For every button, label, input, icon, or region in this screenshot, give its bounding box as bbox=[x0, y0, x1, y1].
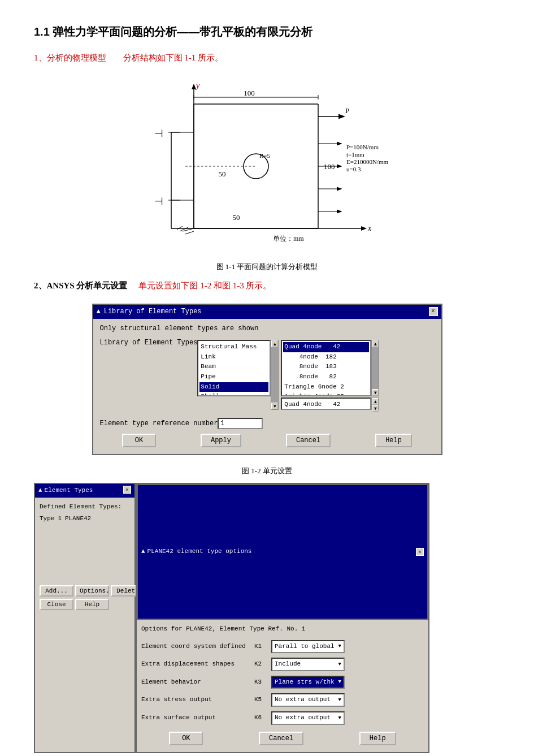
list-item-shell[interactable]: Shell bbox=[199, 392, 268, 396]
dialog2-area: ▲ Element Types × Defined Element Types:… bbox=[34, 483, 429, 753]
list-item-8node82[interactable]: 8node 82 bbox=[283, 372, 369, 382]
dialog2-type-col3: PLANE42 bbox=[65, 514, 91, 524]
dialog1-right-bottom-listbox[interactable]: Quad 4node 42 bbox=[281, 398, 371, 410]
list-item-structural-mass[interactable]: Structural Mass bbox=[199, 342, 268, 352]
dialog1-title-icon: ▲ bbox=[97, 306, 101, 317]
list-item-link[interactable]: Link bbox=[199, 352, 268, 362]
dialog2-type-list-area bbox=[40, 529, 130, 585]
dropdown-arrow-k5: ▼ bbox=[338, 696, 341, 704]
dialog1-right-bottom-scrollbar[interactable]: ▲ ▼ bbox=[371, 398, 379, 410]
options-key-k5: K5 bbox=[254, 695, 271, 705]
dialog1-close-btn[interactable]: × bbox=[429, 307, 438, 316]
options-row-k6: Extra surface output K6 No extra output … bbox=[141, 711, 424, 725]
dialog1-titlebar: ▲ Library of Element Types × bbox=[93, 305, 441, 319]
dialog2-options-btn[interactable]: Options... bbox=[75, 585, 109, 597]
dialog1-right-scrollbar[interactable]: ▲ ▼ bbox=[371, 340, 379, 396]
list-item-solid[interactable]: Solid bbox=[199, 382, 268, 392]
options-label-k6: Extra surface output bbox=[141, 713, 254, 723]
options-dropdown-k1[interactable]: Parall to global ▼ bbox=[271, 640, 345, 654]
svg-text:P=100N/mm: P=100N/mm bbox=[346, 144, 379, 150]
scroll-down3[interactable]: ▼ bbox=[372, 405, 379, 412]
dialog1-container: ▲ Library of Element Types × Only struct… bbox=[92, 304, 442, 455]
options-dropdown-k5[interactable]: No extra output ▼ bbox=[271, 693, 345, 707]
dialog1-ref-input[interactable] bbox=[218, 418, 263, 429]
options-row-k2: Extra displacement shapes K2 Include ▼ bbox=[141, 658, 424, 671]
dialog1-list-label: Library of Element Types bbox=[100, 338, 198, 348]
svg-text:x: x bbox=[367, 224, 372, 232]
scroll-down[interactable]: ▼ bbox=[271, 403, 278, 409]
dialog1-right-listbox[interactable]: Quad 4node 42 4node 182 8node 183 8node … bbox=[281, 340, 371, 396]
scroll-up3[interactable]: ▲ bbox=[372, 398, 379, 405]
dialog1-cancel-btn[interactable]: Cancel bbox=[286, 434, 331, 447]
options-row-k5: Extra stress output K5 No extra output ▼ bbox=[141, 693, 424, 707]
svg-text:⊣: ⊣ bbox=[154, 196, 163, 207]
physics-diagram: y x 100 50 100 50 R=5 bbox=[137, 76, 397, 257]
options-row-k3: Element behavior K3 Plane strs w/thk ▼ bbox=[141, 676, 424, 689]
dialog1-refnum-row: Element type reference number bbox=[100, 418, 435, 429]
svg-marker-1 bbox=[192, 84, 196, 89]
dialog1-right-area: Quad 4node 42 4node 182 8node 183 8node … bbox=[281, 340, 379, 410]
list-item-8node183[interactable]: 8node 183 bbox=[283, 362, 369, 372]
list-item-4node182[interactable]: 4node 182 bbox=[283, 352, 369, 362]
list-item-triangle6node2[interactable]: Triangle 6node 2 bbox=[283, 382, 369, 392]
options-value-k2: Include bbox=[275, 659, 301, 669]
dialog1-title-text: Library of Element Types bbox=[104, 306, 429, 317]
options-label-k2: Extra displacement shapes bbox=[141, 659, 254, 669]
svg-marker-4 bbox=[361, 226, 367, 231]
dialog2-left: ▲ Element Types × Defined Element Types:… bbox=[34, 483, 136, 753]
options-label-k1: Element coord system defined bbox=[141, 642, 254, 652]
list-item-axihar4node25[interactable]: Axi-har 4node 25 bbox=[283, 392, 369, 396]
options-key-k1: K1 bbox=[254, 642, 271, 652]
svg-text:u=0.3: u=0.3 bbox=[346, 166, 361, 172]
dialog2-right-title-icon: ▲ bbox=[141, 547, 145, 557]
list-item-quad4node-bottom[interactable]: Quad 4node 42 bbox=[283, 400, 369, 410]
options-value-k1: Parall to global bbox=[275, 642, 335, 652]
dialog1-reflabel: Element type reference number bbox=[100, 418, 218, 429]
fig1-caption: 图 1-1 平面问题的计算分析模型 bbox=[34, 261, 500, 273]
dialog1-apply-btn[interactable]: Apply bbox=[201, 434, 241, 447]
scroll-track2 bbox=[372, 347, 379, 389]
dialog2-add-btn[interactable]: Add... bbox=[40, 585, 73, 597]
dialog2-defined-label: Defined Element Types: bbox=[40, 502, 130, 512]
dialog1-left-listbox[interactable]: Structural Mass Link Beam Pipe Solid She… bbox=[197, 340, 271, 396]
options-key-k2: K2 bbox=[254, 659, 271, 669]
dialog1-help-btn[interactable]: Help bbox=[375, 434, 412, 447]
svg-text:R=5: R=5 bbox=[259, 152, 271, 159]
svg-text:50: 50 bbox=[232, 213, 240, 222]
dialog2-close-btn[interactable]: Close bbox=[40, 599, 73, 610]
dialog2-left-title-text: Element Types bbox=[45, 486, 123, 496]
dialog2-left-btns2: Close Help bbox=[40, 599, 130, 610]
dialog2-help-btn[interactable]: Help bbox=[75, 599, 109, 610]
options-dropdown-k3[interactable]: Plane strs w/thk ▼ bbox=[271, 676, 345, 689]
dialog2-right-help-btn[interactable]: Help bbox=[359, 732, 396, 745]
section1-desc: 分析结构如下图 1-1 所示。 bbox=[123, 51, 224, 64]
dialog2-right-ok-btn[interactable]: OK bbox=[169, 732, 203, 745]
list-item-quad4node42[interactable]: Quad 4node 42 bbox=[283, 342, 369, 352]
svg-text:E=210000N/mm: E=210000N/mm bbox=[346, 158, 388, 165]
list-item-pipe[interactable]: Pipe bbox=[199, 372, 268, 382]
scroll-down2[interactable]: ▼ bbox=[372, 389, 379, 396]
dialog1-left-scrollbar[interactable]: ▲ ▼ bbox=[271, 340, 279, 410]
options-dropdown-k6[interactable]: No extra output ▼ bbox=[271, 711, 345, 725]
svg-line-37 bbox=[177, 226, 183, 230]
scroll-up[interactable]: ▲ bbox=[271, 340, 278, 347]
dialog2-left-close-btn[interactable]: × bbox=[123, 486, 131, 494]
dialog2-left-title-icon: ▲ bbox=[38, 486, 42, 496]
options-value-k3: Plane strs w/thk bbox=[275, 677, 335, 688]
options-value-k5: No extra output bbox=[275, 695, 331, 705]
options-dropdown-k2[interactable]: Include ▼ bbox=[271, 658, 345, 671]
diagram-area: y x 100 50 100 50 R=5 bbox=[34, 76, 500, 257]
svg-text:50: 50 bbox=[218, 170, 225, 178]
scroll-up2[interactable]: ▲ bbox=[372, 340, 379, 347]
scroll-track bbox=[271, 347, 278, 403]
dialog1-ok-btn[interactable]: OK bbox=[122, 434, 156, 447]
dialog2-type-row: Type 1 PLANE42 bbox=[40, 514, 130, 524]
dialog2-type-col1: Type bbox=[40, 514, 54, 524]
options-row-k1: Element coord system defined K1 Parall t… bbox=[141, 640, 424, 654]
list-item-beam[interactable]: Beam bbox=[199, 362, 268, 372]
dropdown-arrow-k6: ▼ bbox=[338, 714, 341, 722]
dialog2-left-titlebar: ▲ Element Types × bbox=[35, 484, 134, 498]
fig2-caption: 图 1-2 单元设置 bbox=[34, 465, 500, 477]
dialog2-right-close-btn[interactable]: × bbox=[416, 548, 424, 556]
dialog2-right-cancel-btn[interactable]: Cancel bbox=[259, 732, 303, 745]
